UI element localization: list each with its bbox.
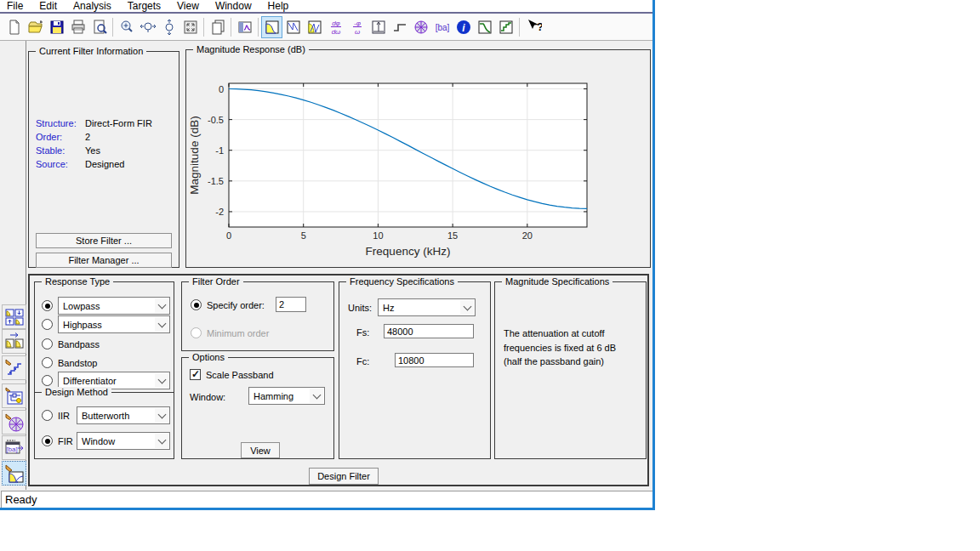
fir-row: FIR: [42, 435, 73, 446]
units-dropdown[interactable]: Hz: [378, 298, 476, 316]
scale-passband-checkbox[interactable]: [190, 369, 201, 380]
transform-filter-icon: [4, 332, 25, 352]
chevron-down-icon: [155, 373, 168, 388]
fdatool-window: FileEditAnalysisTargetsViewWindowHelp dφ…: [0, 0, 652, 508]
options-panel: Options Scale Passband Window: Hamming V…: [181, 357, 334, 459]
menu-view[interactable]: View: [177, 0, 199, 12]
menu-analysis[interactable]: Analysis: [73, 0, 111, 12]
fir-radio[interactable]: [42, 435, 53, 446]
highpass-dropdown[interactable]: Highpass: [58, 315, 170, 333]
open-session-button[interactable]: [25, 16, 46, 38]
view-button[interactable]: View: [241, 442, 280, 458]
filter-information-icon: i: [455, 19, 472, 36]
toolbar-separator: [231, 18, 231, 37]
toolbar-separator: [112, 18, 113, 37]
iir-radio[interactable]: [42, 410, 53, 421]
svg-text:ω: ω: [354, 28, 359, 36]
filter-order-row: Order: 2: [36, 132, 90, 142]
step-response-button[interactable]: [389, 16, 410, 38]
impulse-response-icon: [370, 19, 387, 36]
iir-label: IIR: [58, 411, 70, 421]
set-quantization-parameters-button[interactable]: [2, 355, 26, 380]
window-dropdown-value: Hamming: [254, 391, 293, 401]
create-multirate-filter-button[interactable]: [2, 304, 26, 329]
iir-method-dropdown[interactable]: Butterworth: [77, 406, 170, 424]
filter-stable-row: Stable: Yes: [36, 145, 100, 156]
svg-text:dω: dω: [331, 28, 340, 36]
round-off-noise-power-button[interactable]: [495, 16, 516, 38]
highpass-radio[interactable]: [42, 319, 53, 330]
filter-manager-button[interactable]: Filter Manager ...: [36, 253, 172, 268]
new-document-button[interactable]: [3, 16, 25, 38]
iir-method-value: Butterworth: [82, 411, 129, 421]
realize-model-button[interactable]: [2, 383, 26, 408]
magnitude-response-plot: 051015200-0.5-1-1.5-2Frequency (kHz)Magn…: [186, 50, 648, 265]
print-button[interactable]: [67, 16, 88, 38]
filter-coefficients-icon: [ba]: [434, 19, 451, 36]
pole-zero-plot-button[interactable]: [410, 16, 431, 38]
menu-file[interactable]: File: [7, 0, 23, 12]
stable-value: Yes: [85, 145, 100, 156]
zoom-y-button[interactable]: [158, 16, 179, 38]
zoom-x-button[interactable]: [137, 16, 158, 38]
scale-passband-row: Scale Passband: [190, 369, 274, 380]
phase-response-button[interactable]: [282, 16, 304, 38]
magnitude-response-button[interactable]: [261, 16, 282, 38]
filter-specifications-button[interactable]: [234, 16, 255, 38]
minimum-order-radio[interactable]: [191, 327, 202, 338]
chevron-down-icon: [310, 389, 323, 403]
save-session-button[interactable]: [46, 16, 67, 38]
scale-passband-label: Scale Passband: [206, 370, 274, 380]
full-view-analysis-button[interactable]: [207, 16, 228, 38]
bandstop-row: Bandstop: [42, 357, 97, 368]
specify-order-radio[interactable]: [191, 299, 202, 310]
magnitude-response-title: Magnitude Response (dB): [193, 44, 309, 55]
step-response-icon: [391, 19, 408, 36]
context-help-icon: ?: [525, 19, 542, 36]
lowpass-dropdown[interactable]: Lowpass: [58, 297, 170, 315]
design-filter-button[interactable]: [2, 461, 26, 486]
context-help-button[interactable]: ?: [522, 16, 544, 38]
magnitude-phase-responses-button[interactable]: [304, 16, 325, 38]
bandpass-radio[interactable]: [42, 338, 53, 349]
menu-edit[interactable]: Edit: [39, 0, 57, 12]
filter-order-title: Filter Order: [189, 276, 243, 287]
pole-zero-editor-button[interactable]: [2, 410, 26, 435]
filter-information-button[interactable]: i: [453, 16, 474, 38]
menu-help[interactable]: Help: [268, 0, 289, 12]
specify-order-input[interactable]: [276, 297, 306, 312]
print-icon: [70, 19, 87, 36]
zoom-in-button[interactable]: [116, 16, 137, 38]
import-filter-button[interactable]: [ba]: [2, 435, 26, 460]
svg-text:-0.5: -0.5: [208, 115, 224, 125]
design-filter-button[interactable]: Design Filter: [309, 468, 379, 485]
filter-coefficients-button[interactable]: [ba]: [431, 16, 453, 38]
svg-text:10: 10: [373, 230, 383, 241]
window-dropdown[interactable]: Hamming: [248, 387, 325, 405]
bandpass-row: Bandpass: [42, 338, 100, 349]
group-delay-button[interactable]: dφdω: [325, 16, 346, 38]
differentiator-radio[interactable]: [42, 375, 53, 386]
store-filter-button[interactable]: Store Filter ...: [36, 233, 172, 248]
fs-input[interactable]: [384, 324, 474, 338]
fc-label: Fc:: [356, 356, 369, 366]
menu-targets[interactable]: Targets: [128, 0, 161, 12]
phase-delay-button[interactable]: -φω: [346, 16, 368, 38]
magnitude-response-estimate-button[interactable]: [474, 16, 495, 38]
filter-source-row: Source: Designed: [36, 159, 124, 169]
menu-window[interactable]: Window: [215, 0, 252, 12]
design-method-panel: Design Method IIR Butterworth FIR Window: [34, 392, 174, 459]
fc-input[interactable]: [395, 353, 474, 367]
full-view-analysis-icon: [209, 19, 226, 36]
toolbar-separator: [258, 18, 259, 37]
lowpass-radio[interactable]: [42, 300, 53, 311]
full-view-button[interactable]: [179, 16, 201, 38]
transform-filter-button[interactable]: [2, 329, 26, 354]
bandstop-radio[interactable]: [42, 357, 53, 368]
impulse-response-button[interactable]: [368, 16, 389, 38]
fir-method-dropdown[interactable]: Window: [77, 432, 170, 450]
status-bar: Ready: [1, 491, 655, 508]
phase-delay-icon: -φω: [349, 19, 366, 36]
bandstop-label: Bandstop: [58, 358, 97, 368]
print-preview-button[interactable]: [88, 16, 110, 38]
